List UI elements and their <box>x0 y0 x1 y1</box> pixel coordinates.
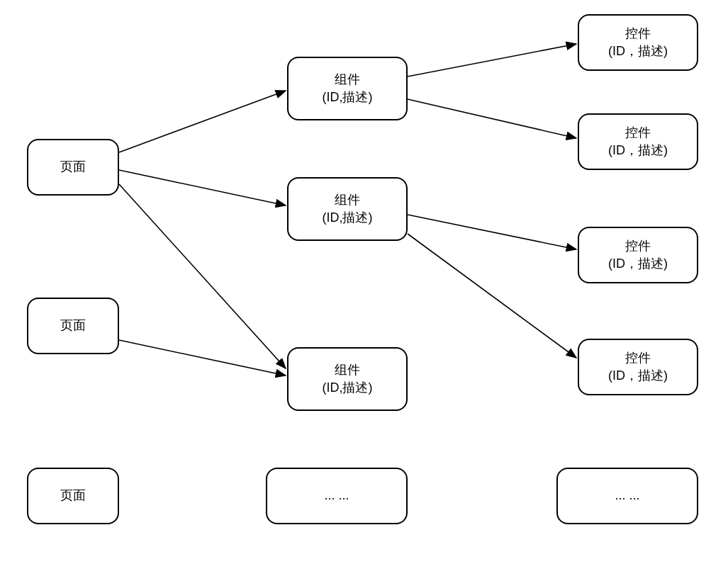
node-control-4-sub: (ID，描述) <box>608 367 668 385</box>
node-control-3: 控件 (ID，描述) <box>578 227 698 283</box>
node-control-1-title: 控件 <box>625 25 651 43</box>
node-control-1: 控件 (ID，描述) <box>578 14 698 71</box>
arrow-comp2-ctrl3 <box>408 215 576 249</box>
node-page-2-label: 页面 <box>60 317 86 334</box>
node-component-2-sub: (ID,描述) <box>323 209 373 227</box>
node-control-2-sub: (ID，描述) <box>608 142 668 159</box>
arrow-comp1-ctrl1 <box>408 44 576 77</box>
node-component-2: 组件 (ID,描述) <box>287 177 408 241</box>
node-page-3-label: 页面 <box>60 487 86 504</box>
node-control-ellipsis: ... ... <box>556 468 698 524</box>
arrow-comp1-ctrl2 <box>408 99 576 138</box>
node-component-ellipsis: ... ... <box>266 468 408 524</box>
arrow-page2-comp3 <box>119 340 286 375</box>
node-component-3: 组件 (ID,描述) <box>287 347 408 411</box>
node-page-3: 页面 <box>27 468 119 524</box>
arrow-page1-comp1 <box>119 91 286 152</box>
node-component-1: 组件 (ID,描述) <box>287 57 408 120</box>
node-control-1-sub: (ID，描述) <box>608 43 668 60</box>
arrow-comp2-ctrl4 <box>408 234 576 358</box>
arrow-page1-comp3 <box>119 184 286 368</box>
node-control-ellipsis-label: ... ... <box>615 487 639 504</box>
node-page-2: 页面 <box>27 298 119 354</box>
node-control-4-title: 控件 <box>625 349 651 367</box>
node-component-3-sub: (ID,描述) <box>323 379 373 397</box>
node-control-3-title: 控件 <box>625 237 651 255</box>
node-control-2: 控件 (ID，描述) <box>578 113 698 170</box>
node-control-4: 控件 (ID，描述) <box>578 339 698 395</box>
node-component-2-title: 组件 <box>335 191 360 209</box>
node-page-1-label: 页面 <box>60 158 86 176</box>
arrow-page1-comp2 <box>119 170 286 205</box>
node-component-1-sub: (ID,描述) <box>323 89 373 106</box>
node-component-1-title: 组件 <box>335 71 360 89</box>
node-component-ellipsis-label: ... ... <box>324 487 349 504</box>
node-control-2-title: 控件 <box>625 124 651 142</box>
node-page-1: 页面 <box>27 139 119 196</box>
node-component-3-title: 组件 <box>335 361 360 379</box>
node-control-3-sub: (ID，描述) <box>608 255 668 273</box>
